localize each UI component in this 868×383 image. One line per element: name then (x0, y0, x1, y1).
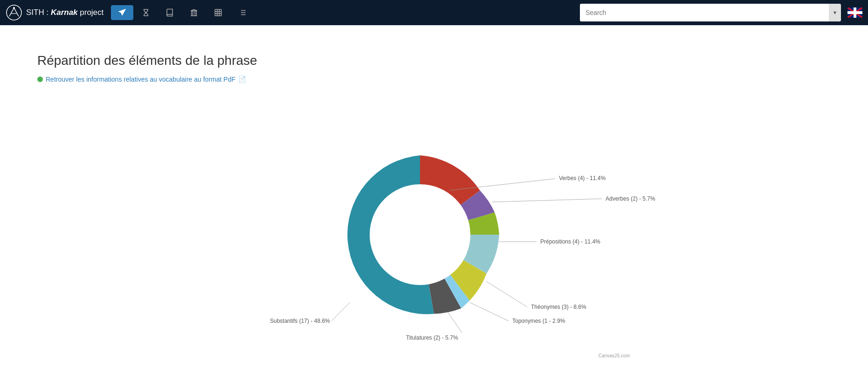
substantifs-line (331, 302, 350, 321)
main-nav: SITH : Karnak project ▾ (0, 0, 868, 25)
logo-icon (6, 4, 22, 21)
substantifs-label: Substantifs (17) - 48.6% (270, 318, 330, 324)
prepositions-label: Prépositions (4) - 11.4% (540, 238, 600, 245)
search-bar: ▾ (580, 4, 841, 21)
donut-svg: Verbes (4) - 11.4% Adverbes (2) - 5.7% P… (266, 97, 602, 349)
nav-temple-button[interactable] (183, 6, 205, 20)
nav-list-button[interactable] (231, 6, 254, 20)
chart-area: Verbes (4) - 11.4% Adverbes (2) - 5.7% P… (37, 97, 831, 358)
toponymes-label: Toponymes (1 - 2.9% (512, 318, 565, 324)
svg-point-1 (13, 7, 15, 9)
app-title-text: SITH : Karnak project (26, 8, 103, 17)
nav-hourglass-button[interactable] (135, 6, 157, 20)
adverbes-line (492, 199, 602, 202)
pdf-link[interactable]: Retrouver les informations relatives au … (46, 76, 235, 83)
theonymes-line (486, 281, 527, 307)
titulatures-label: Titulatures (2) - 5.7% (406, 334, 458, 341)
theonymes-label: Théonymes (3) - 8.6% (531, 304, 586, 310)
nav-home-button[interactable] (111, 5, 133, 20)
nav-table-button[interactable] (207, 6, 229, 20)
adverbes-label: Adverbes (2) - 5.7% (606, 195, 655, 202)
pdf-link-row: Retrouver les informations relatives au … (37, 76, 831, 83)
main-content: Répartition des éléments de la phrase Re… (0, 25, 868, 383)
green-dot-icon (37, 77, 43, 82)
pdf-icon: 📄 (238, 76, 246, 83)
svg-rect-2 (215, 9, 222, 16)
search-dropdown-button[interactable]: ▾ (829, 4, 841, 21)
donut-chart: Verbes (4) - 11.4% Adverbes (2) - 5.7% P… (266, 97, 602, 358)
app-logo: SITH : Karnak project (6, 4, 103, 21)
toponymes-line (469, 302, 509, 321)
nav-book-button[interactable] (158, 6, 181, 20)
titulatures-line (448, 313, 462, 333)
verbes-label: Verbes (4) - 11.4% (559, 175, 606, 181)
canvasjs-credit: CanvasJS.com (599, 353, 630, 358)
language-flag[interactable] (847, 7, 862, 18)
search-input[interactable] (580, 4, 829, 21)
page-title: Répartition des éléments de la phrase (37, 53, 831, 68)
